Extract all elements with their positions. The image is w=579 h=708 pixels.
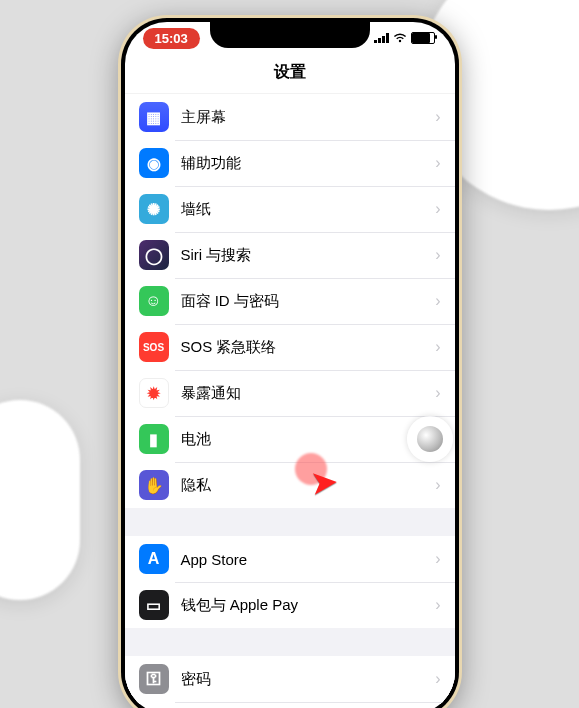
battery-icon: [411, 32, 435, 44]
settings-row-label: Siri 与搜索: [181, 246, 430, 265]
decorative-blob-left: [0, 400, 80, 600]
settings-row-accessibility[interactable]: ◉辅助功能›: [125, 140, 455, 186]
chevron-right-icon: ›: [435, 550, 440, 568]
exposure-icon: ✹: [139, 378, 169, 408]
wallpaper-icon: ✺: [139, 194, 169, 224]
settings-row-label: 墙纸: [181, 200, 430, 219]
accessibility-icon: ◉: [139, 148, 169, 178]
privacy-icon: ✋: [139, 470, 169, 500]
chevron-right-icon: ›: [435, 108, 440, 126]
settings-row-label: 钱包与 Apple Pay: [181, 596, 430, 615]
wallet-icon: ▭: [139, 590, 169, 620]
status-time-recording-pill[interactable]: 15:03: [143, 28, 200, 49]
settings-row-label: App Store: [181, 551, 430, 568]
wifi-icon: [393, 33, 407, 43]
chevron-right-icon: ›: [435, 292, 440, 310]
battery-icon: ▮: [139, 424, 169, 454]
cellular-signal-icon: [374, 33, 389, 43]
status-right: [374, 32, 435, 44]
sos-icon: SOS: [139, 332, 169, 362]
siri-icon: ◯: [139, 240, 169, 270]
phone-frame: 15:03 设置 ▦主屏幕›◉辅助功能›✺墙纸›◯Siri 与搜索›☺面容 ID…: [121, 18, 459, 708]
settings-row-exposure[interactable]: ✹暴露通知›: [125, 370, 455, 416]
settings-scroll-area[interactable]: ▦主屏幕›◉辅助功能›✺墙纸›◯Siri 与搜索›☺面容 ID 与密码›SOSS…: [125, 94, 455, 704]
cursor-arrow-icon: ➤: [309, 464, 340, 500]
settings-row-sos[interactable]: SOSSOS 紧急联络›: [125, 324, 455, 370]
status-bar: 15:03: [125, 22, 455, 54]
navbar-title: 设置: [125, 54, 455, 94]
passwords-icon: ⚿: [139, 664, 169, 694]
assistive-touch-button[interactable]: [407, 416, 453, 462]
settings-row-siri[interactable]: ◯Siri 与搜索›: [125, 232, 455, 278]
chevron-right-icon: ›: [435, 384, 440, 402]
chevron-right-icon: ›: [435, 596, 440, 614]
settings-row-label: 面容 ID 与密码: [181, 292, 430, 311]
chevron-right-icon: ›: [435, 670, 440, 688]
settings-group-1: ▦主屏幕›◉辅助功能›✺墙纸›◯Siri 与搜索›☺面容 ID 与密码›SOSS…: [125, 94, 455, 508]
home-icon: ▦: [139, 102, 169, 132]
chevron-right-icon: ›: [435, 154, 440, 172]
chevron-right-icon: ›: [435, 200, 440, 218]
settings-row-label: 电池: [181, 430, 430, 449]
settings-group-2: AApp Store›▭钱包与 Apple Pay›: [125, 536, 455, 628]
settings-row-label: SOS 紧急联络: [181, 338, 430, 357]
chevron-right-icon: ›: [435, 338, 440, 356]
chevron-right-icon: ›: [435, 476, 440, 494]
settings-row-label: 暴露通知: [181, 384, 430, 403]
settings-row-label: 辅助功能: [181, 154, 430, 173]
settings-row-appstore[interactable]: AApp Store›: [125, 536, 455, 582]
settings-row-mail[interactable]: ✉邮件›: [125, 702, 455, 704]
settings-group-3: ⚿密码›✉邮件›: [125, 656, 455, 704]
settings-row-wallet[interactable]: ▭钱包与 Apple Pay›: [125, 582, 455, 628]
chevron-right-icon: ›: [435, 246, 440, 264]
settings-row-passwords[interactable]: ⚿密码›: [125, 656, 455, 702]
settings-row-privacy[interactable]: ✋隐私›: [125, 462, 455, 508]
appstore-icon: A: [139, 544, 169, 574]
phone-screen: 15:03 设置 ▦主屏幕›◉辅助功能›✺墙纸›◯Siri 与搜索›☺面容 ID…: [125, 22, 455, 708]
settings-row-home[interactable]: ▦主屏幕›: [125, 94, 455, 140]
settings-row-label: 主屏幕: [181, 108, 430, 127]
faceid-icon: ☺: [139, 286, 169, 316]
settings-row-faceid[interactable]: ☺面容 ID 与密码›: [125, 278, 455, 324]
settings-row-battery[interactable]: ▮电池›: [125, 416, 455, 462]
settings-row-wallpaper[interactable]: ✺墙纸›: [125, 186, 455, 232]
settings-row-label: 密码: [181, 670, 430, 689]
